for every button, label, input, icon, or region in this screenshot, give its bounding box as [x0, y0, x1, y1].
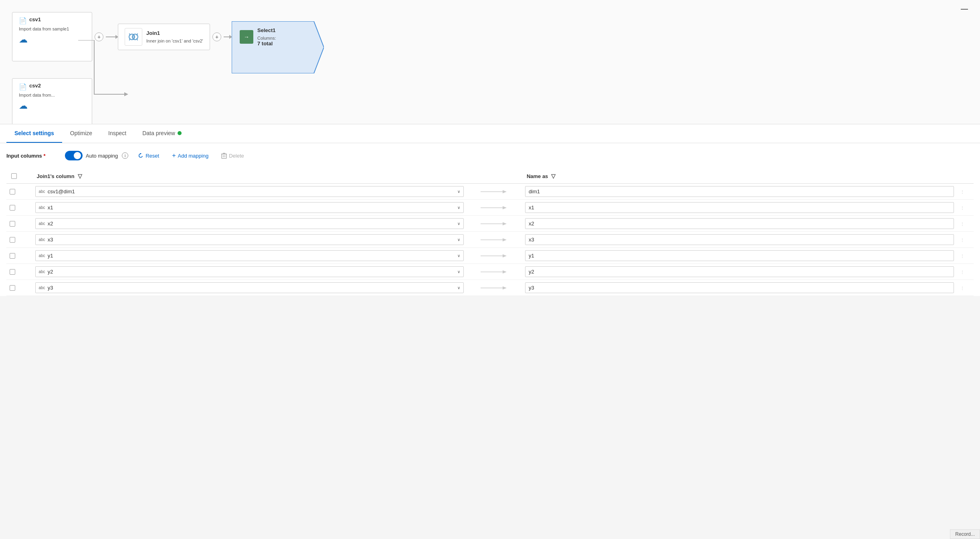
row-options-3[interactable]: ⋮ [960, 238, 964, 242]
file-icon-csv2: 📄 [19, 83, 27, 91]
connector-arrow-2 [224, 36, 232, 37]
target-input-0[interactable] [525, 186, 954, 197]
required-marker: * [42, 153, 46, 159]
cloud-icon-csv1: ☁ [19, 34, 85, 45]
target-input-3[interactable] [525, 234, 954, 245]
select-icon: → [240, 30, 253, 44]
table-row: abc y3 ∨ ⋮ [6, 280, 974, 296]
svg-marker-22 [503, 286, 507, 290]
source-select-5[interactable]: abc y2 ∨ [35, 266, 464, 277]
svg-marker-3 [124, 92, 128, 96]
delete-icon [221, 152, 227, 159]
join1-subtitle: Inner join on 'csv1' and 'csv2' [146, 38, 203, 43]
abc-badge-2: abc [39, 221, 45, 226]
abc-badge-6: abc [39, 286, 45, 290]
target-input-2[interactable] [525, 218, 954, 229]
source-value-0: csv1@dim1 [48, 188, 75, 195]
auto-mapping-label: Auto mapping [86, 153, 118, 159]
source-value-6: y3 [48, 285, 53, 291]
info-icon[interactable]: i [122, 152, 128, 159]
row-options-5[interactable]: ⋮ [960, 270, 964, 274]
row-options-4[interactable]: ⋮ [960, 254, 964, 258]
table-row: abc x3 ∨ ⋮ [6, 232, 974, 248]
header-check [6, 169, 32, 184]
source-value-4: y1 [48, 253, 53, 259]
row-checkbox-4[interactable] [10, 253, 15, 259]
arrow-map-1 [470, 205, 519, 211]
header-side [957, 169, 974, 184]
svg-marker-16 [503, 238, 507, 241]
reset-icon [138, 153, 143, 158]
row-options-2[interactable]: ⋮ [960, 222, 964, 226]
row-checkbox-5[interactable] [10, 269, 15, 275]
tab-optimize[interactable]: Optimize [62, 124, 100, 143]
minus-button[interactable]: — [961, 5, 968, 13]
svg-marker-14 [503, 222, 507, 225]
csv1-title: csv1 [29, 16, 41, 22]
row-checkbox-2[interactable] [10, 221, 15, 227]
chevron-down-icon-5: ∨ [457, 270, 460, 274]
tab-bar: Select settings Optimize Inspect Data pr… [0, 124, 980, 143]
header-checkbox[interactable] [11, 173, 17, 179]
row-checkbox-6[interactable] [10, 285, 15, 291]
svg-rect-5 [222, 154, 226, 158]
file-icon: 📄 [19, 17, 27, 24]
connector-arrow-1 [106, 36, 118, 37]
row-checkbox-0[interactable] [10, 189, 15, 195]
svg-marker-2 [232, 21, 324, 73]
chevron-down-icon-4: ∨ [457, 253, 460, 258]
chevron-down-icon-1: ∨ [457, 205, 460, 210]
row-options-6[interactable]: ⋮ [960, 286, 964, 290]
reset-button[interactable]: Reset [135, 151, 162, 160]
row-options-0[interactable]: ⋮ [960, 190, 964, 194]
join1-node[interactable]: Join1 Inner join on 'csv1' and 'csv2' [118, 24, 210, 50]
csv2-subtitle: Import data from... [19, 93, 85, 97]
arrow-map-0 [470, 188, 519, 195]
table-row: abc y1 ∨ ⋮ [6, 248, 974, 264]
abc-badge-0: abc [39, 189, 45, 194]
select1-shape [232, 21, 324, 73]
arrow-map-6 [470, 285, 519, 291]
table-row: abc x1 ∨ ⋮ [6, 200, 974, 216]
source-select-4[interactable]: abc y1 ∨ [35, 250, 464, 261]
source-select-3[interactable]: abc x3 ∨ [35, 234, 464, 245]
target-input-1[interactable] [525, 202, 954, 213]
source-value-5: y2 [48, 269, 53, 275]
target-filter-icon[interactable]: ▽ [551, 173, 556, 179]
abc-badge-1: abc [39, 205, 45, 210]
tab-inspect[interactable]: Inspect [100, 124, 134, 143]
row-options-1[interactable]: ⋮ [960, 206, 964, 210]
target-input-4[interactable] [525, 250, 954, 261]
data-preview-dot [178, 131, 182, 135]
plus-button-2[interactable]: + [212, 32, 221, 41]
source-select-6[interactable]: abc y3 ∨ [35, 282, 464, 293]
tab-data-preview[interactable]: Data preview [134, 124, 190, 143]
auto-mapping-toggle[interactable] [65, 151, 83, 160]
add-mapping-button[interactable]: + Add mapping [169, 150, 212, 161]
join1-title: Join1 [146, 30, 203, 36]
svg-marker-20 [503, 270, 507, 274]
target-input-6[interactable] [525, 282, 954, 293]
cloud-icon-csv2: ☁ [19, 101, 85, 111]
target-input-5[interactable] [525, 266, 954, 277]
source-select-0[interactable]: abc csv1@dim1 ∨ [35, 186, 464, 197]
settings-panel: Select settings Optimize Inspect Data pr… [0, 124, 980, 296]
tab-select-settings[interactable]: Select settings [6, 124, 62, 143]
arrow-map-2 [470, 221, 519, 227]
chevron-down-icon-3: ∨ [457, 237, 460, 242]
curved-connector [78, 40, 130, 96]
csv2-title: csv2 [29, 83, 41, 89]
header-source: Join1's column ▽ [32, 169, 467, 184]
toggle-knob [74, 152, 81, 159]
abc-badge-4: abc [39, 253, 45, 258]
source-filter-icon[interactable]: ▽ [78, 173, 82, 179]
source-select-2[interactable]: abc x2 ∨ [35, 218, 464, 229]
delete-button[interactable]: Delete [218, 151, 247, 160]
source-select-1[interactable]: abc x1 ∨ [35, 202, 464, 213]
mapping-table: Join1's column ▽ Name as ▽ [6, 169, 974, 296]
source-value-3: x3 [48, 237, 53, 243]
row-checkbox-3[interactable] [10, 237, 15, 243]
row-checkbox-1[interactable] [10, 205, 15, 211]
arrow-map-3 [470, 237, 519, 243]
svg-marker-18 [503, 254, 507, 257]
